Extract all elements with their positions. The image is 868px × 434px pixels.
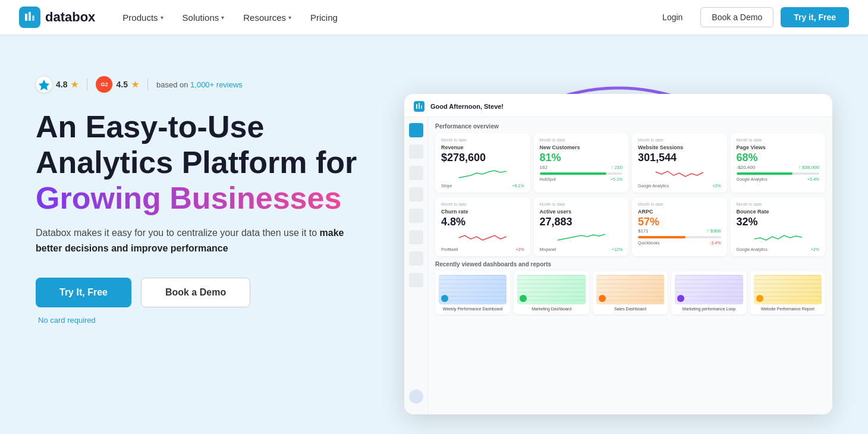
- thumb-sales: Sales Dashboard: [593, 271, 668, 315]
- sidebar-icon-report: [409, 166, 423, 180]
- metric-churn-rate: Month to date Churn rate 4.8% Profitwell…: [435, 197, 530, 257]
- thumb-icon: [520, 295, 527, 302]
- thumb-img: [754, 275, 822, 304]
- thumb-icon: [677, 295, 684, 302]
- hero-buttons: Try It, Free Book a Demo: [36, 278, 404, 307]
- no-card-text: No card required: [36, 315, 404, 325]
- recently-viewed-section: Recently viewed dashboards and reports W…: [435, 261, 825, 315]
- recent-section-title: Recently viewed dashboards and reports: [435, 261, 825, 268]
- svg-rect-6: [421, 105, 422, 109]
- svg-rect-2: [32, 15, 34, 21]
- dashboard-main: Performance overview Month to date Reven…: [428, 117, 832, 414]
- g2-rating: G2 4.5 ★: [96, 76, 139, 93]
- dashboard-header: Good Afternoon, Steve!: [404, 94, 832, 117]
- sidebar-icon-home: [409, 123, 423, 137]
- thumb-icon: [599, 295, 606, 302]
- dashboard-window: Good Afternoon, Steve!: [404, 94, 832, 414]
- dashboard-body: Performance overview Month to date Reven…: [404, 117, 832, 414]
- thumb-weekly-performance: Weekly Performance Dashboard: [435, 271, 510, 315]
- metric-active-users: Month to date Active users 27,883 Mixpan…: [534, 197, 629, 257]
- ratings-row: 4.8 ★ G2 4.5 ★ based on 1,000+ reviews: [36, 76, 404, 93]
- capterra-rating: 4.8 ★: [36, 76, 78, 93]
- hero-section: 4.8 ★ G2 4.5 ★ based on 1,000+ reviews A…: [0, 34, 868, 434]
- hero-title: An Easy-to-Use Analytics Platform for Gr…: [36, 109, 404, 216]
- thumb-icon: [441, 295, 448, 302]
- thumb-img: [596, 275, 664, 304]
- sidebar-icon-goal: [409, 209, 423, 223]
- thumb-img: [439, 275, 507, 304]
- dashboard-thumbs-grid: Weekly Performance Dashboard Marketing D…: [435, 271, 825, 315]
- capterra-badge: [36, 76, 52, 93]
- star-icon: ★: [71, 80, 78, 89]
- thumb-marketing: Marketing Dashboard: [514, 271, 589, 315]
- metric-arpc: Month to date ARPC 57% $171↑ $308 Quickb…: [632, 197, 727, 257]
- thumb-img: [675, 275, 743, 304]
- performance-section-title: Performance overview: [435, 123, 825, 130]
- chevron-down-icon: ▾: [221, 14, 224, 21]
- sidebar-icon-settings: [409, 251, 423, 266]
- nav-item-products[interactable]: Products ▾: [114, 8, 171, 27]
- svg-rect-5: [419, 103, 420, 109]
- hero-dashboard: Good Afternoon, Steve!: [404, 52, 832, 414]
- nav-actions: Login Book a Demo Try it, Free: [652, 7, 849, 27]
- sidebar-icon-team: [409, 273, 423, 287]
- svg-marker-3: [39, 80, 49, 90]
- sidebar-icon-user: [409, 389, 423, 404]
- hero-title-gradient: Growing Businesses: [36, 181, 341, 215]
- metrics-grid-row2: Month to date Churn rate 4.8% Profitwell…: [435, 197, 825, 257]
- book-demo-button[interactable]: Book a Demo: [700, 7, 773, 27]
- metric-page-views: Month to date Page Views 68% -$20,400↑ $…: [731, 133, 826, 193]
- nav-links: Products ▾ Solutions ▾ Resources ▾ Prici…: [114, 8, 652, 27]
- dashboard-greeting: Good Afternoon, Steve!: [430, 103, 504, 110]
- navbar: databox Products ▾ Solutions ▾ Resources…: [0, 0, 868, 34]
- hero-try-free-button[interactable]: Try It, Free: [36, 278, 131, 307]
- svg-rect-1: [29, 12, 31, 21]
- thumb-img: [517, 275, 585, 304]
- rating-divider-2: [147, 78, 148, 90]
- chevron-down-icon: ▾: [161, 14, 163, 21]
- svg-rect-0: [25, 14, 27, 21]
- hero-subtitle: Databox makes it easy for you to central…: [36, 225, 345, 256]
- nav-item-resources[interactable]: Resources ▾: [235, 8, 300, 27]
- logo-link[interactable]: databox: [19, 7, 95, 28]
- metric-website-sessions: Month to date Website Sessions 301,544 G…: [632, 133, 727, 193]
- metric-new-customers: Month to date New Customers 81% 162↑ 210…: [534, 133, 629, 193]
- hero-content: 4.8 ★ G2 4.5 ★ based on 1,000+ reviews A…: [36, 52, 404, 325]
- dashboard-sidebar: [404, 117, 428, 414]
- hero-book-demo-button[interactable]: Book a Demo: [141, 278, 250, 307]
- rating-divider: [87, 78, 87, 90]
- nav-item-pricing[interactable]: Pricing: [302, 8, 346, 27]
- reviews-text: based on 1,000+ reviews: [156, 80, 243, 89]
- logo-icon: [19, 7, 40, 28]
- sidebar-icon-metric: [409, 187, 423, 202]
- login-button[interactable]: Login: [652, 8, 693, 27]
- thumb-website-report: Website Performance Report: [750, 271, 825, 315]
- metric-bounce-rate: Month to date Bounce Rate 32% Google Ana…: [731, 197, 826, 257]
- thumb-marketing-loop: Marketing performance Loop: [671, 271, 746, 315]
- sidebar-icon-chart: [409, 144, 423, 159]
- star-icon: ★: [131, 80, 139, 89]
- metric-revenue: Month to date Revenue $278,600 Stripe +6…: [435, 133, 530, 193]
- try-free-button[interactable]: Try it, Free: [781, 7, 849, 27]
- g2-badge: G2: [96, 76, 112, 93]
- metrics-grid-row1: Month to date Revenue $278,600 Stripe +6…: [435, 133, 825, 193]
- thumb-icon: [756, 295, 763, 302]
- sidebar-icon-alert: [409, 230, 423, 244]
- chevron-down-icon: ▾: [288, 14, 291, 21]
- svg-rect-4: [416, 104, 417, 109]
- reviews-link[interactable]: 1,000+ reviews: [190, 80, 243, 89]
- logo-text: databox: [45, 10, 95, 25]
- nav-item-solutions[interactable]: Solutions ▾: [174, 8, 233, 27]
